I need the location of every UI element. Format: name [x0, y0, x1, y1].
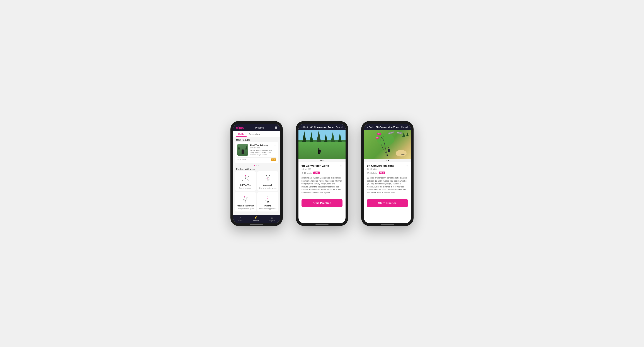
shots-info-3: ⏱ 20 shots [367, 172, 377, 174]
svg-point-19 [244, 196, 245, 197]
image-dots [298, 159, 346, 162]
svg-point-15 [269, 175, 270, 176]
phone1-content: Most Popular Find The [233, 137, 280, 215]
skill-desc-approach: Dial-in to hit the green [259, 187, 276, 189]
drill-range-3: 10-50 yds [367, 168, 408, 170]
nav-home[interactable]: ⌂ Home [238, 216, 242, 221]
drill-text: Find The Fairway Off The Tee Create an i… [250, 144, 276, 156]
home-indicator-3 [381, 224, 394, 225]
skill-desc-atg: Hone your short game [237, 208, 254, 210]
svg-line-4 [246, 177, 249, 178]
nav-capture[interactable]: ⊕ Capture [270, 216, 275, 221]
drill-description-3: 20 shots are randomly generated at dista… [367, 177, 408, 194]
shots-info: ⏱ 20 shots [302, 172, 312, 174]
cancel-button[interactable]: Cancel [336, 126, 342, 129]
drill-subtitle: Off The Tee [250, 147, 276, 149]
clock-icon-2: ⏱ [302, 172, 304, 174]
phone3-header: < Back 6ft Conversion Zone Cancel [364, 124, 411, 130]
skill-name-ott: Off The Tee [240, 184, 251, 186]
clock-icon: ⏱ [237, 159, 239, 161]
nav-activities[interactable]: ⚡ Activities [253, 216, 259, 221]
skill-approach[interactable]: Approach Dial-in to hit the green [257, 171, 278, 191]
putting-icon [262, 194, 274, 204]
svg-point-5 [245, 175, 246, 176]
drill-title: 6ft Conversion Zone [302, 164, 342, 167]
home-indicator [250, 224, 263, 225]
activities-icon: ⚡ [254, 216, 258, 220]
drill-meta: ⏱ 20 shots ARG [302, 172, 342, 174]
svg-point-8 [248, 176, 249, 177]
most-popular-label: Most Popular [233, 137, 280, 142]
drill-hero-image [298, 130, 346, 159]
drill-category-badge-3: ARG [379, 172, 385, 174]
drill-title: Find The Fairway [250, 144, 276, 147]
explore-label: Explore skill areas [233, 167, 280, 171]
drill-badge: OTT [271, 158, 276, 161]
app-logo: clippd [236, 126, 244, 129]
start-practice-button-3[interactable]: Start Practice [367, 199, 408, 207]
skill-desc-ott: Power accuracy [239, 187, 252, 189]
drill-description: 20 shots are randomly generated at dista… [302, 177, 342, 194]
drill-description: Create an imaginary fairway using trees … [250, 149, 276, 156]
bottom-nav: ⌂ Home ⚡ Activities ⊕ Capture [233, 215, 280, 223]
start-practice-button[interactable]: Start Practice [302, 199, 342, 207]
dot-2 [256, 165, 257, 166]
tabs-bar: Drills Favourites [233, 131, 280, 137]
off-the-tee-icon [240, 174, 251, 183]
skill-name-putting: Putting [264, 205, 271, 207]
skill-off-the-tee[interactable]: Off The Tee Power accuracy [235, 171, 256, 191]
featured-drill-card[interactable]: Find The Fairway Off The Tee Create an i… [235, 142, 278, 163]
carousel-dots [233, 164, 280, 167]
drill-meta-3: ⏱ 20 shots ARG [367, 172, 408, 174]
phone-1-screen: clippd Practice ☰ Drills Favourites Most… [233, 124, 280, 223]
drill-footer: ⏱ 10 shots OTT [237, 157, 276, 161]
favourite-icon-3[interactable]: ☆ [406, 164, 408, 167]
back-button[interactable]: < Back [302, 126, 308, 129]
svg-line-3 [243, 178, 246, 180]
approach-icon [262, 174, 274, 183]
phone-3: < Back 6ft Conversion Zone Cancel SAND [361, 121, 414, 226]
drill-info-3: 6ft Conversion Zone 10-50 yds ⏱ 20 shots… [364, 162, 411, 196]
drill-category-badge: ARG [313, 172, 320, 174]
tab-favourites[interactable]: Favourites [246, 131, 262, 137]
dot-active [320, 160, 322, 161]
skill-putting[interactable]: Putting Make and lag practice [257, 192, 278, 211]
dot-2 [322, 160, 324, 161]
phone2-header: < Back 6ft Conversion Zone Cancel [298, 124, 346, 130]
skill-around-the-green[interactable]: Around The Green Hone your short game [235, 192, 256, 211]
dot-1-p3 [386, 160, 387, 161]
skill-areas-grid: Off The Tee Power accuracy [233, 171, 280, 213]
phone-1: clippd Practice ☰ Drills Favourites Most… [230, 121, 283, 226]
drill-range: 10-50 yds [302, 168, 342, 170]
svg-point-30 [386, 155, 388, 156]
phone-3-screen: < Back 6ft Conversion Zone Cancel SAND [364, 124, 411, 223]
favourite-icon[interactable]: ☆ [274, 144, 276, 147]
skill-name-atg: Around The Green [237, 205, 254, 207]
image-dots-3 [364, 159, 411, 162]
back-button-3[interactable]: < Back [367, 126, 374, 129]
home-icon: ⌂ [239, 216, 241, 220]
phone-2: < Back 6ft Conversion Zone Cancel [296, 121, 348, 226]
favourite-icon[interactable]: ☆ [340, 164, 342, 167]
svg-point-21 [246, 197, 248, 198]
svg-point-27 [268, 196, 268, 197]
header-title: Practice [255, 126, 264, 129]
skill-name-approach: Approach [263, 184, 272, 186]
tab-drills[interactable]: Drills [236, 131, 246, 137]
phones-container: clippd Practice ☰ Drills Favourites Most… [230, 121, 414, 226]
around-the-green-icon [240, 194, 251, 204]
svg-point-13 [266, 175, 267, 176]
cancel-button-3[interactable]: Cancel [401, 126, 408, 129]
clock-icon-3: ⏱ [367, 172, 369, 174]
drill-thumbnail [237, 144, 248, 156]
phone2-header-title: 6ft Conversion Zone [310, 126, 334, 129]
dot-2-p3-active [388, 160, 389, 161]
dot-1 [254, 165, 255, 166]
dot-3 [258, 165, 259, 166]
svg-point-7 [242, 180, 243, 181]
drill-info: 6ft Conversion Zone 10-50 yds ⏱ 20 shots… [298, 162, 346, 196]
menu-icon[interactable]: ☰ [275, 126, 277, 129]
phone1-header: clippd Practice ☰ [233, 124, 280, 131]
drill-map-image: SAND Miss Hit FAIRWAY ROUGH [364, 130, 411, 159]
drill-title-3: 6ft Conversion Zone [367, 164, 408, 167]
